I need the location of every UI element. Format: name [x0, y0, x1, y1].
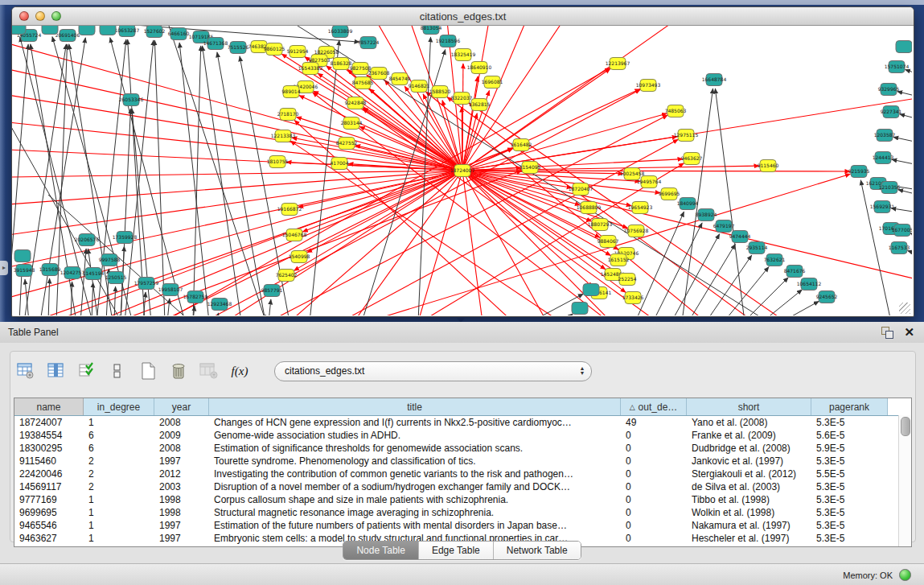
graph-edge-black[interactable] — [48, 278, 50, 315]
table-cell[interactable]: Franke et al. (2009) — [687, 429, 811, 442]
graph-node[interactable] — [14, 250, 31, 262]
graph-edge-red[interactable] — [425, 92, 708, 315]
row-height-icon[interactable] — [107, 360, 128, 381]
table-cell[interactable]: Estimation of the future numbers of pati… — [209, 519, 621, 532]
column-header-name[interactable]: name — [14, 398, 84, 415]
table-cell[interactable]: 1 — [84, 519, 154, 532]
new-table-icon[interactable] — [138, 360, 158, 381]
table-cell[interactable]: 1 — [84, 493, 154, 506]
graph-edge-red[interactable] — [12, 171, 462, 177]
table-cell[interactable]: 5.5E-5 — [811, 468, 888, 480]
delete-table-icon-disabled[interactable] — [199, 360, 220, 381]
graph-node[interactable] — [572, 303, 588, 315]
column-header-title[interactable]: title — [209, 398, 621, 415]
graph-edge-black[interactable] — [12, 114, 121, 315]
table-row[interactable]: 1456911722003Disruption of a novel membe… — [14, 480, 911, 493]
column-header-in_degree[interactable]: in_degree — [84, 398, 154, 415]
minimize-window-button[interactable] — [35, 11, 45, 21]
graph-edge-black[interactable] — [898, 190, 912, 195]
collapsed-panel-arrow[interactable]: ▸ — [0, 261, 8, 275]
delete-rows-trash-icon[interactable] — [168, 360, 189, 381]
graph-node[interactable] — [42, 26, 58, 35]
graph-edge-red[interactable] — [12, 171, 462, 267]
show-column-icon[interactable] — [46, 360, 67, 381]
table-cell[interactable]: Investigating the contribution of common… — [209, 468, 621, 480]
table-cell[interactable]: Tibbo et al. (1998) — [687, 493, 811, 506]
scrollbar-thumb[interactable] — [901, 417, 910, 436]
table-cell[interactable]: 2003 — [154, 480, 209, 493]
table-cell[interactable]: 19384554 — [14, 429, 84, 442]
table-cell[interactable]: Disruption of a novel member of a sodium… — [209, 480, 621, 493]
table-row[interactable]: 969969511998Structural magnetic resonanc… — [14, 506, 911, 519]
table-cell[interactable]: 5.9E-5 — [811, 442, 888, 455]
close-panel-icon[interactable]: ✕ — [904, 327, 914, 338]
table-cell[interactable]: 5.3E-5 — [811, 480, 888, 493]
canvas-resize-grip[interactable] — [899, 303, 910, 314]
graph-node[interactable] — [583, 284, 599, 296]
table-cell[interactable]: 9465546 — [14, 519, 84, 532]
graph-edge-black[interactable] — [892, 159, 912, 165]
column-header-out_de[interactable]: △out_de… — [621, 398, 687, 415]
table-selector-dropdown[interactable]: citations_edges.txt ▲▼ — [274, 361, 592, 381]
graph-edge-red[interactable] — [32, 171, 462, 315]
graph-edge-black[interactable] — [900, 114, 912, 119]
graph-edge-black[interactable] — [203, 46, 241, 315]
table-row[interactable]: 977716911998Corpus callosum shape and si… — [14, 493, 911, 506]
table-cell[interactable]: 2012 — [154, 468, 209, 480]
table-cell[interactable]: Wolkin et al. (1998) — [687, 506, 811, 519]
table-row[interactable]: 1938455462009Genome-wide association stu… — [14, 429, 911, 442]
table-cell[interactable]: 5.3E-5 — [811, 519, 888, 532]
graph-edge-black[interactable] — [907, 250, 912, 254]
close-window-button[interactable] — [19, 11, 29, 21]
table-cell[interactable]: 1998 — [154, 506, 209, 519]
graph-edge-black[interactable] — [910, 233, 912, 237]
table-row[interactable]: 1830029562008Estimation of significance … — [14, 442, 911, 455]
table-row[interactable]: 946554611997Estimation of the future num… — [14, 519, 911, 532]
graph-edge-black[interactable] — [706, 255, 752, 315]
table-cell[interactable]: Genome-wide association studies in ADHD. — [209, 429, 621, 442]
table-cell[interactable]: 5.3E-5 — [811, 506, 888, 519]
table-cell[interactable]: 2 — [84, 468, 154, 480]
table-row[interactable]: 911546021997Tourette syndrome. Phenomeno… — [14, 455, 911, 468]
graph-edge-black[interactable] — [860, 180, 891, 315]
graph-edge-black[interactable] — [688, 244, 735, 315]
graph-edge-black[interactable] — [905, 69, 912, 74]
table-cell[interactable]: 1 — [84, 416, 154, 429]
table-cell[interactable]: 6 — [84, 442, 154, 455]
table-settings-icon[interactable] — [15, 360, 36, 381]
graph-edge-black[interactable] — [671, 234, 720, 315]
table-cell[interactable]: 9777169 — [14, 493, 84, 506]
graph-edge-black[interactable] — [103, 26, 359, 42]
graph-edge-black[interactable] — [715, 89, 745, 315]
table-cell[interactable]: 0 — [621, 506, 687, 519]
column-header-short[interactable]: short — [687, 398, 811, 415]
graph-edge-black[interactable] — [653, 223, 702, 315]
zoom-window-button[interactable] — [51, 11, 61, 21]
graph-edge-red[interactable] — [290, 171, 462, 315]
graph-edge-black[interactable] — [80, 249, 86, 315]
table-cell[interactable]: 5.3E-5 — [811, 455, 888, 468]
graph-edge-black[interactable] — [125, 40, 154, 315]
graph-node[interactable] — [100, 26, 116, 35]
table-cell[interactable]: Nakamura et al. (1997) — [687, 519, 811, 532]
table-cell[interactable]: 0 — [621, 455, 687, 468]
table-cell[interactable]: 1997 — [154, 455, 209, 468]
float-panel-icon[interactable] — [881, 327, 893, 338]
graph-edge-red[interactable] — [462, 171, 483, 315]
graph-edge-black[interactable] — [154, 40, 165, 315]
graph-edge-black[interactable] — [92, 282, 93, 315]
table-cell[interactable]: Tourette syndrome. Phenomenology and cla… — [209, 455, 621, 468]
tab-network-table[interactable]: Network Table — [494, 542, 581, 559]
table-cell[interactable]: 18300295 — [14, 442, 84, 455]
graph-edge-black[interactable] — [563, 314, 573, 315]
graph-node[interactable] — [12, 26, 26, 35]
table-cell[interactable]: 5.3E-5 — [811, 416, 888, 429]
table-cell[interactable]: 5.6E-5 — [811, 429, 888, 442]
graph-node[interactable] — [896, 41, 912, 53]
table-cell[interactable]: 2 — [84, 455, 154, 468]
table-cell[interactable]: 18724007 — [14, 416, 84, 429]
table-cell[interactable]: 1997 — [154, 519, 209, 532]
table-cell[interactable]: Structural magnetic resonance image aver… — [209, 506, 621, 519]
graph-edge-red[interactable] — [12, 171, 462, 235]
tab-node-table[interactable]: Node Table — [343, 542, 419, 559]
